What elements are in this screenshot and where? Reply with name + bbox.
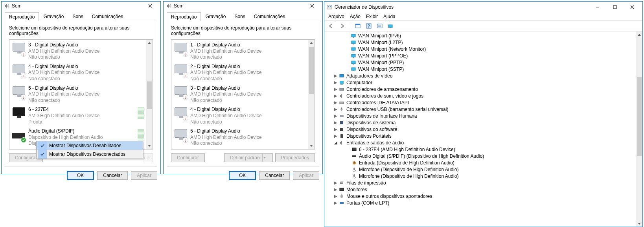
device-tree[interactable]: WAN Miniport (IPv6) WAN Miniport (L2TP) … — [324, 31, 636, 227]
caret-right-icon[interactable]: ▶ — [333, 194, 339, 198]
tree-node[interactable]: ▶ Adaptadores de vídeo — [327, 72, 636, 79]
scan-hardware-button[interactable] — [386, 22, 396, 30]
device-row[interactable]: ↓ 2 - Digital Display Audio AMD High Def… — [171, 62, 308, 84]
tree-node[interactable]: ▶ Controladores IDE ATA/ATAPI — [327, 99, 636, 106]
device-list[interactable]: ↓ 1 - Digital Display Audio AMD High Def… — [171, 39, 315, 149]
minimize-button[interactable] — [589, 3, 606, 11]
tab-communications[interactable]: Comunicações — [88, 12, 127, 21]
caret-right-icon[interactable]: ▶ — [333, 74, 339, 78]
caret-right-icon[interactable]: ▶ — [333, 181, 339, 185]
tree-node[interactable]: Áudio Digital (S/PDIF) (Dispositivo de H… — [327, 153, 636, 159]
caret-right-icon[interactable]: ▶ — [333, 87, 339, 91]
device-row[interactable]: ↓ 5 - Digital Display Audio AMD High Def… — [9, 84, 146, 105]
device-row[interactable]: ↓ 3 - Digital Display Audio AMD High Def… — [171, 84, 308, 105]
tree-node[interactable]: ▶ Controladores de som, vídeo e jogos — [327, 92, 636, 99]
tab-communications[interactable]: Comunicações — [250, 12, 289, 21]
tree-node[interactable]: ▶ Controladores USB (barramento serial u… — [327, 106, 636, 113]
help-button[interactable]: ? — [364, 22, 374, 30]
caret-right-icon[interactable]: ▶ — [333, 114, 339, 118]
tree-node[interactable]: ▶ Dispositivos Portáteis — [327, 133, 636, 139]
menu-file[interactable]: Arquivo — [328, 14, 344, 19]
caret-right-icon[interactable]: ▶ — [333, 127, 339, 131]
scroll-down-icon[interactable] — [636, 220, 642, 227]
tree-node[interactable]: WAN Miniport (L2TP) — [327, 39, 636, 46]
scrollbar[interactable] — [308, 40, 315, 149]
device-row[interactable]: ↓ 3 - Digital Display Audio AMD High Def… — [9, 41, 146, 62]
scrollbar[interactable] — [146, 40, 153, 149]
tree-node[interactable]: ▶ Mouse e outros dispositivos apontadore… — [327, 193, 636, 199]
caret-right-icon[interactable]: ▶ — [333, 120, 339, 125]
scroll-down-icon[interactable] — [308, 143, 315, 149]
tree-node[interactable]: ▶ Dispositivos do software — [327, 126, 636, 133]
caret-right-icon[interactable]: ▶ — [333, 187, 339, 192]
tree-node[interactable]: ◢ Entradas e saídas de áudio — [327, 139, 636, 146]
tree-node[interactable]: ▶ Computador — [327, 79, 636, 86]
scroll-up-icon[interactable] — [308, 40, 315, 46]
tab-recording[interactable]: Gravação — [201, 12, 230, 21]
caret-right-icon[interactable]: ▶ — [333, 201, 339, 205]
maximize-button[interactable] — [606, 3, 624, 11]
menu-show-disabled[interactable]: Mostrar Dispositivos Desabilitados — [37, 141, 143, 150]
tab-playback[interactable]: Reprodução — [5, 12, 39, 21]
tree-node[interactable]: WAN Miniport (PPTP) — [327, 59, 636, 66]
forward-button[interactable] — [338, 22, 347, 30]
tree-node[interactable]: WAN Miniport (SSTP) — [327, 66, 636, 72]
caret-right-icon[interactable]: ▶ — [333, 80, 339, 85]
tree-node[interactable]: ▶ Dispositivos de sistema — [327, 119, 636, 126]
cancel-button[interactable]: Cancelar — [259, 171, 290, 180]
device-row[interactable]: ↓ 4 - Digital Display Audio AMD High Def… — [171, 105, 308, 127]
tab-sounds[interactable]: Sons — [230, 12, 249, 21]
titlebar[interactable]: Som — [164, 2, 322, 10]
scroll-thumb[interactable] — [309, 47, 314, 94]
scroll-thumb[interactable] — [637, 77, 642, 156]
tab-playback[interactable]: Reprodução — [167, 12, 201, 21]
tree-node[interactable]: ▶ Filas de impressão — [327, 179, 636, 186]
titlebar[interactable]: Som — [2, 2, 160, 10]
close-button[interactable] — [624, 3, 641, 11]
ok-button[interactable]: OK — [67, 171, 94, 180]
tree-node[interactable]: WAN Miniport (PPPOE) — [327, 52, 636, 59]
scroll-up-icon[interactable] — [636, 31, 642, 38]
device-list[interactable]: ↓ 3 - Digital Display Audio AMD High Def… — [9, 39, 153, 149]
tree-node[interactable]: 6 - 237E4 (AMD High Definition Audio Dev… — [327, 146, 636, 153]
ok-button[interactable]: OK — [229, 171, 256, 180]
configure-button[interactable]: Configurar — [171, 153, 205, 162]
tree-node[interactable]: ▶ Monitores — [327, 186, 636, 193]
device-row[interactable]: ↓ 5 - Digital Display Audio AMD High Def… — [171, 127, 308, 148]
properties-button[interactable] — [375, 22, 385, 30]
tree-node[interactable]: WAN Miniport (Network Monitor) — [327, 46, 636, 52]
close-button[interactable] — [304, 2, 321, 10]
apply-button[interactable]: Aplicar — [293, 171, 319, 180]
caret-down-icon[interactable]: ◢ — [333, 140, 339, 145]
set-default-button[interactable]: Definir padrão — [224, 153, 272, 162]
close-button[interactable] — [142, 2, 159, 10]
menu-action[interactable]: Ação — [350, 14, 361, 19]
tree-node[interactable]: ▶ Portas (COM e LPT) — [327, 199, 636, 206]
tree-node[interactable]: ▶ Controladores de armazenamento — [327, 86, 636, 92]
scrollbar[interactable] — [636, 31, 642, 227]
tree-node[interactable]: WAN Miniport (IPv6) — [327, 32, 636, 39]
show-hidden-button[interactable] — [353, 22, 362, 30]
tab-sounds[interactable]: Sons — [68, 12, 87, 21]
menu-help[interactable]: Ajuda — [383, 14, 396, 19]
scroll-thumb[interactable] — [147, 81, 152, 109]
tree-node[interactable]: Microfone (Dispositivo de High Definitio… — [327, 173, 636, 179]
caret-right-icon[interactable]: ▶ — [333, 100, 339, 105]
menu-view[interactable]: Exibir — [366, 14, 378, 19]
device-row[interactable]: ↓ 4 - Digital Display Audio AMD High Def… — [9, 62, 146, 84]
caret-right-icon[interactable]: ▶ — [333, 94, 339, 98]
device-row[interactable]: ↓ 1 - Digital Display Audio AMD High Def… — [171, 41, 308, 62]
tree-node[interactable]: ▶ Dispositivos de Interface Humana — [327, 113, 636, 119]
back-button[interactable] — [327, 22, 336, 30]
caret-right-icon[interactable]: ▶ — [333, 107, 339, 111]
tree-node[interactable]: Entrada (Dispositivo de High Definition … — [327, 159, 636, 166]
dropdown-arrow-icon[interactable] — [262, 154, 267, 162]
titlebar[interactable]: Gerenciador de Dispositivos — [324, 2, 642, 13]
caret-right-icon[interactable]: ▶ — [333, 134, 339, 138]
tab-recording[interactable]: Gravação — [39, 12, 68, 21]
scroll-down-icon[interactable] — [146, 143, 153, 149]
device-row[interactable]: 6 - 237E4 AMD High Definition Audio Devi… — [9, 105, 146, 127]
scroll-up-icon[interactable] — [146, 40, 153, 46]
menu-show-disconnected[interactable]: Mostrar Dispositivos Desconectados — [37, 150, 143, 159]
tree-node[interactable]: Microfone (Dispositivo de High Definitio… — [327, 166, 636, 173]
